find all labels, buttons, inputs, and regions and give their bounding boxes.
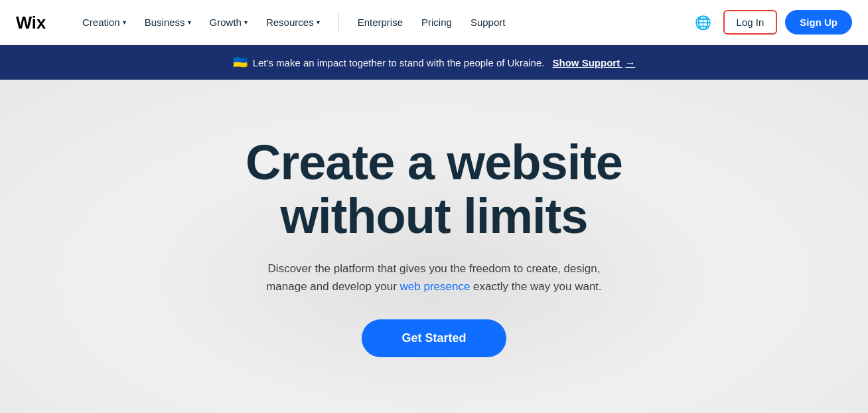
nav-creation-label: Creation — [82, 17, 120, 28]
nav-item-creation[interactable]: Creation ▾ — [74, 11, 134, 33]
globe-icon: 🌐 — [695, 15, 711, 31]
ukraine-banner: 🇺🇦 Let's make an impact together to stan… — [0, 45, 868, 80]
navbar: Wix Creation ▾ Business ▾ Growth ▾ Resou… — [0, 0, 868, 45]
nav-growth-label: Growth — [210, 17, 242, 28]
arrow-icon: → — [625, 57, 635, 68]
nav-menu: Creation ▾ Business ▾ Growth ▾ Resources… — [74, 11, 691, 33]
hero-title: Create a website without limits — [246, 135, 622, 244]
show-support-link[interactable]: Show Support → — [552, 57, 635, 68]
nav-item-pricing[interactable]: Pricing — [413, 11, 460, 33]
navbar-right: 🌐 Log In Sign Up — [691, 10, 852, 35]
nav-item-enterprise[interactable]: Enterprise — [350, 11, 411, 33]
nav-resources-label: Resources — [266, 17, 314, 28]
logo[interactable]: Wix — [16, 13, 56, 32]
nav-item-growth[interactable]: Growth ▾ — [202, 11, 255, 33]
login-button[interactable]: Log In — [723, 10, 778, 35]
chevron-down-icon: ▾ — [244, 19, 248, 26]
hero-section: Create a website without limits Discover… — [0, 80, 868, 413]
hero-subtitle: Discover the platform that gives you the… — [248, 260, 620, 295]
language-selector[interactable]: 🌐 — [691, 11, 715, 35]
banner-message: Let's make an impact together to stand w… — [253, 57, 545, 68]
svg-text:Wix: Wix — [16, 13, 46, 32]
chevron-down-icon: ▾ — [317, 19, 320, 26]
hero-content: Create a website without limits Discover… — [246, 135, 622, 357]
get-started-button[interactable]: Get Started — [362, 319, 506, 357]
nav-item-resources[interactable]: Resources ▾ — [258, 11, 328, 33]
nav-divider — [338, 13, 339, 32]
chevron-down-icon: ▾ — [188, 19, 191, 26]
nav-item-support[interactable]: Support — [463, 11, 514, 33]
nav-item-business[interactable]: Business ▾ — [137, 11, 199, 33]
signup-button[interactable]: Sign Up — [785, 10, 852, 35]
ukraine-flag-icon: 🇺🇦 — [233, 55, 248, 70]
nav-business-label: Business — [145, 17, 185, 28]
highlight-text: web presence — [400, 280, 470, 293]
wix-logo[interactable]: Wix — [16, 13, 56, 32]
chevron-down-icon: ▾ — [123, 19, 126, 26]
